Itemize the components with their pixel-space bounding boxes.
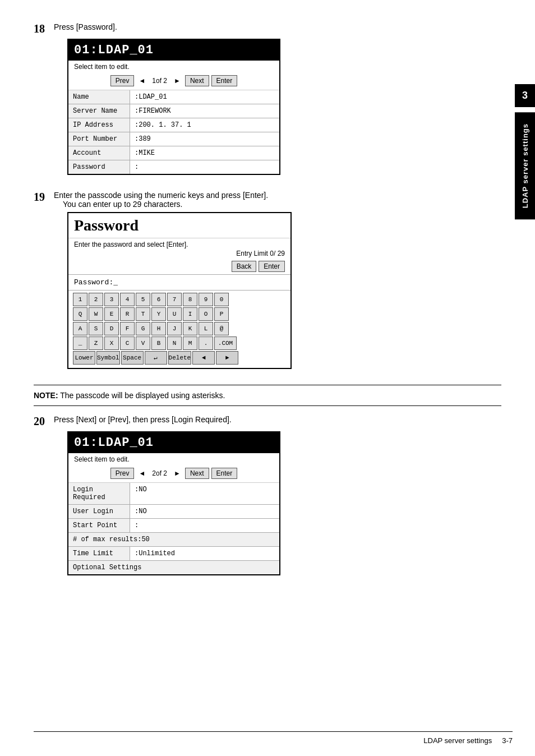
key-2-0[interactable]: A xyxy=(73,322,87,335)
key-1-0[interactable]: Q xyxy=(73,307,87,321)
key-2-4[interactable]: G xyxy=(136,322,150,335)
key-1-8[interactable]: O xyxy=(199,307,213,321)
key-bottom-3[interactable]: ↵ xyxy=(145,351,167,365)
key-2-6[interactable]: J xyxy=(167,322,182,335)
key-0-3[interactable]: 4 xyxy=(120,293,135,306)
step18-row-label-1: Server Name xyxy=(68,104,130,118)
step18-enter-btn[interactable]: Enter xyxy=(211,75,238,86)
step20-row-0: Login Required:NO xyxy=(68,483,279,504)
key-3-8[interactable]: . xyxy=(199,336,213,350)
step19-back-btn[interactable]: Back xyxy=(232,261,257,272)
step18-row-4: Account:MIKE xyxy=(68,146,279,160)
key-3-9[interactable]: .COM xyxy=(214,336,237,350)
key-1-3[interactable]: R xyxy=(120,307,135,321)
key-3-0[interactable]: _ xyxy=(73,336,87,350)
key-0-6[interactable]: 7 xyxy=(167,293,182,306)
step19-label: 19 xyxy=(34,191,54,204)
step20-panel-subtitle: Select item to edit. xyxy=(68,453,279,464)
key-bottom-0[interactable]: Lower xyxy=(73,351,95,365)
key-1-6[interactable]: U xyxy=(167,307,182,321)
step20-row-4: Time Limit:Unlimited xyxy=(68,546,279,560)
step20-next-btn[interactable]: Next xyxy=(185,468,209,479)
key-2-7[interactable]: K xyxy=(183,322,197,335)
key-3-7[interactable]: M xyxy=(183,336,197,350)
key-1-4[interactable]: T xyxy=(136,307,150,321)
key-2-3[interactable]: F xyxy=(120,322,135,335)
step19-panel-subtitle: Enter the password and select [Enter]. xyxy=(68,238,290,250)
step18-panel-subtitle: Select item to edit. xyxy=(68,61,279,72)
key-bottom-5[interactable]: ◄ xyxy=(192,351,215,365)
key-1-9[interactable]: P xyxy=(214,307,229,321)
step20-rows: Login Required:NOUser Login:NOStart Poin… xyxy=(68,483,279,574)
key-0-8[interactable]: 9 xyxy=(199,293,213,306)
chapter-tab: 3 xyxy=(515,84,535,107)
key-bottom-6[interactable]: ► xyxy=(216,351,238,365)
side-tab: LDAP server settings xyxy=(515,112,535,219)
step18-arrow-left: ◄ xyxy=(136,77,147,85)
step19-enter-btn[interactable]: Enter xyxy=(259,261,285,272)
step20-row-value-4: :Unlimited xyxy=(130,547,279,560)
step19-password-field: Password:_ xyxy=(68,275,290,291)
key-bottom-2[interactable]: Space xyxy=(121,351,144,365)
key-1-1[interactable]: W xyxy=(89,307,103,321)
key-0-7[interactable]: 8 xyxy=(183,293,197,306)
step18-prev-btn[interactable]: Prev xyxy=(110,75,135,86)
note-box: NOTE: The passcode will be displayed usi… xyxy=(34,385,501,406)
step20-panel: 01:LDAP_01 Select item to edit. Prev ◄ 2… xyxy=(67,431,280,575)
key-3-3[interactable]: C xyxy=(120,336,135,350)
key-3-5[interactable]: B xyxy=(151,336,166,350)
key-0-1[interactable]: 2 xyxy=(89,293,103,306)
step20-enter-btn[interactable]: Enter xyxy=(211,468,238,479)
step18-header: 18 Press [Password]. xyxy=(34,22,501,35)
step18-row-value-0: :LDAP_01 xyxy=(130,90,279,104)
step18-page-info: 1of 2 xyxy=(150,77,169,85)
key-0-5[interactable]: 6 xyxy=(151,293,166,306)
step20-nav-row: Prev ◄ 2of 2 ► Next Enter xyxy=(68,464,279,483)
step20-prev-btn[interactable]: Prev xyxy=(110,468,135,479)
step18-panel: 01:LDAP_01 Select item to edit. Prev ◄ 1… xyxy=(67,39,280,175)
step18-row-label-5: Password xyxy=(68,160,130,174)
step18-row-value-5: : xyxy=(130,160,279,174)
key-0-0[interactable]: 1 xyxy=(73,293,87,306)
key-2-2[interactable]: D xyxy=(104,322,119,335)
step20-page-info: 2of 2 xyxy=(150,469,169,477)
key-3-2[interactable]: X xyxy=(104,336,119,350)
step20-row-label-5: Optional Settings xyxy=(68,561,279,574)
key-1-5[interactable]: Y xyxy=(151,307,166,321)
step18-row-label-4: Account xyxy=(68,146,130,160)
key-2-8[interactable]: L xyxy=(199,322,213,335)
step20-section: 20 Press [Next] or [Prev], then press [L… xyxy=(34,415,501,575)
step18-row-label-2: IP Address xyxy=(68,118,130,132)
key-1-2[interactable]: E xyxy=(104,307,119,321)
step18-panel-title: 01:LDAP_01 xyxy=(68,40,279,61)
key-0-9[interactable]: 0 xyxy=(214,293,229,306)
step20-row-value-1: :NO xyxy=(130,505,279,518)
step18-row-0: Name:LDAP_01 xyxy=(68,90,279,104)
key-3-1[interactable]: Z xyxy=(89,336,103,350)
key-bottom-1[interactable]: Symbol xyxy=(96,351,120,365)
key-2-5[interactable]: H xyxy=(151,322,166,335)
step18-row-value-2: :200. 1. 37. 1 xyxy=(130,118,279,132)
key-0-2[interactable]: 3 xyxy=(104,293,119,306)
keyboard-row-0: 1234567890 xyxy=(73,293,286,306)
step18-row-value-1: :FIREWORK xyxy=(130,104,279,118)
step19-instruction: Enter the passcode using the numeric key… xyxy=(54,191,501,209)
keyboard-row-2: ASDFGHJKL@ xyxy=(73,322,286,335)
step20-row-label-0: Login Required xyxy=(68,483,130,504)
step18-row-5: Password: xyxy=(68,160,279,174)
step20-panel-title: 01:LDAP_01 xyxy=(68,432,279,453)
step18-next-btn[interactable]: Next xyxy=(185,75,209,86)
key-2-1[interactable]: S xyxy=(89,322,103,335)
step20-row-2: Start Point: xyxy=(68,518,279,532)
keyboard: 1234567890QWERTYUIOPASDFGHJKL@_ZXCVBNM..… xyxy=(68,291,290,368)
step20-arrow-right: ► xyxy=(172,469,183,477)
step19-panel: Password Enter the password and select [… xyxy=(67,212,292,369)
key-0-4[interactable]: 5 xyxy=(136,293,150,306)
key-3-4[interactable]: V xyxy=(136,336,150,350)
key-2-9[interactable]: @ xyxy=(214,322,229,335)
key-3-6[interactable]: N xyxy=(167,336,182,350)
key-1-7[interactable]: I xyxy=(183,307,197,321)
key-bottom-4[interactable]: Delete xyxy=(168,351,192,365)
step18-instruction: Press [Password]. xyxy=(54,22,501,31)
step19-panel-title: Password xyxy=(68,213,290,238)
